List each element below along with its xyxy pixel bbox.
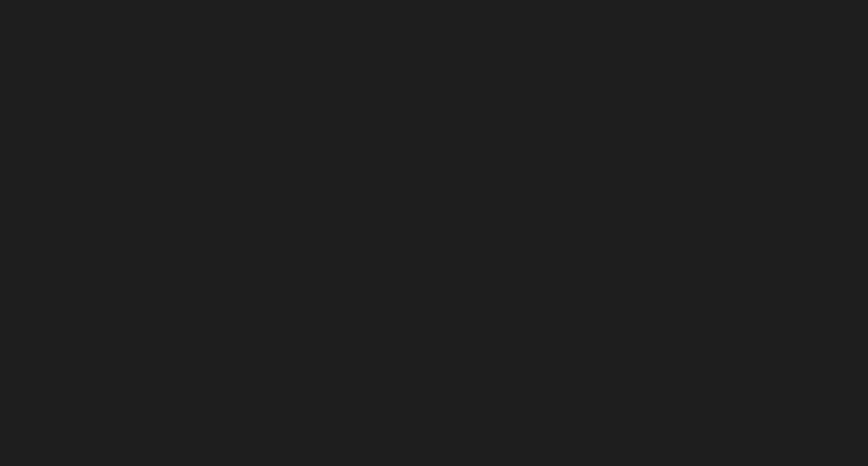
annotation-arrow xyxy=(0,0,868,466)
code-editor xyxy=(0,0,868,466)
editor-gutter xyxy=(0,0,25,466)
